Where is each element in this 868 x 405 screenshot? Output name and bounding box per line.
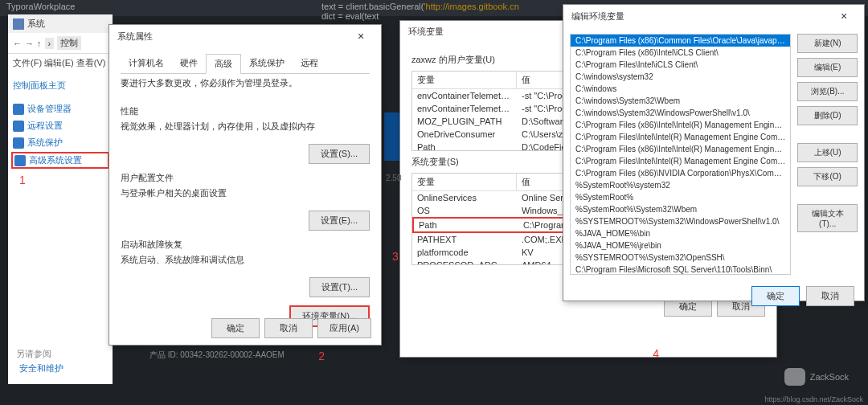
- list-item[interactable]: C:\Program Files (x86)\Common Files\Orac…: [571, 35, 790, 47]
- panel-title: 系统: [27, 18, 45, 30]
- list-item[interactable]: %SystemRoot%\System32\Wbem: [571, 203, 790, 215]
- sidebar-item-advanced-settings[interactable]: 高级系统设置: [11, 152, 109, 169]
- nav-back-icon[interactable]: ←: [13, 39, 22, 48]
- user-profile-desc: 与登录帐户相关的桌面设置: [121, 184, 370, 207]
- blog-url: https://blog.csdn.net/ZackSock: [764, 395, 863, 403]
- list-item[interactable]: C:\Program Files\Intel\Intel(R) Manageme…: [571, 155, 790, 167]
- tab-computer-name[interactable]: 计算机名: [121, 54, 172, 73]
- system-control-panel: 系统 ← → ↑ › 控制 文件(F) 编辑(E) 查看(V) 控制面板主页 设…: [8, 14, 113, 384]
- system-properties-dialog: 系统属性 × 计算机名 硬件 高级 系统保护 远程 要进行大多数更改，你必须作为…: [108, 24, 382, 346]
- tab-protection[interactable]: 系统保护: [241, 54, 293, 73]
- annotation-3: 3: [392, 250, 399, 263]
- dialog-title: 编辑环境变量: [571, 10, 624, 22]
- sidebar-item-remote[interactable]: 远程设置: [13, 117, 108, 134]
- windows-tile: [384, 112, 400, 161]
- nav-fwd-icon[interactable]: →: [25, 39, 34, 48]
- wechat-icon: [784, 368, 805, 386]
- list-item[interactable]: %SystemRoot%\system32: [571, 179, 790, 191]
- control-panel-home[interactable]: 控制面板主页: [13, 77, 108, 94]
- sidebar-item-device-manager[interactable]: 设备管理器: [13, 100, 108, 117]
- crumb-sep: ›: [45, 38, 55, 49]
- annotation-2: 2: [318, 350, 325, 362]
- perf-title: 性能: [121, 105, 370, 117]
- perf-settings-button[interactable]: 设置(S)...: [309, 144, 370, 164]
- panel-header: 系统: [8, 14, 113, 33]
- startup-desc: 系统启动、系统故障和调试信息: [121, 251, 370, 274]
- list-item[interactable]: C:\windows\system32: [571, 71, 790, 83]
- code-snippet: text = client.basicGeneral('http://image…: [321, 2, 519, 21]
- list-item[interactable]: C:\windows\System32\Wbem: [571, 95, 790, 107]
- list-item[interactable]: %SYSTEMROOT%\System32\OpenSSH\: [571, 252, 790, 264]
- list-item[interactable]: C:\Program Files (x86)\Intel\Intel(R) Ma…: [571, 143, 790, 155]
- move-down-button[interactable]: 下移(O): [797, 167, 858, 186]
- product-id: 产品 ID: 00342-30262-00002-AAOEM: [149, 350, 285, 361]
- user-profile-title: 用户配置文件: [121, 172, 370, 184]
- list-item[interactable]: C:\Program Files\Intel\iCLS Client\: [571, 59, 790, 71]
- move-up-button[interactable]: 上移(U): [797, 143, 858, 162]
- list-item[interactable]: C:\Program Files\Microsoft SQL Server\11…: [571, 264, 790, 275]
- admin-note: 要进行大多数更改，你必须作为管理员登录。: [121, 74, 370, 97]
- startup-title: 启动和故障恢复: [121, 239, 370, 251]
- shield-icon: [13, 121, 24, 132]
- path-list[interactable]: C:\Program Files (x86)\Common Files\Orac…: [570, 34, 791, 275]
- side-number: 2.50: [386, 174, 401, 182]
- tabs: 计算机名 硬件 高级 系统保护 远程: [121, 54, 370, 74]
- ok-button[interactable]: 确定: [751, 286, 800, 306]
- browse-button[interactable]: 浏览(B)...: [797, 82, 858, 101]
- annotation-1: 1: [19, 174, 108, 186]
- startup-settings-button[interactable]: 设置(T)...: [309, 277, 370, 297]
- ok-button[interactable]: 确定: [211, 318, 260, 338]
- list-item[interactable]: C:\Program Files (x86)\Intel\iCLS Client…: [571, 47, 790, 59]
- list-item[interactable]: C:\windows\System32\WindowsPowerShell\v1…: [571, 107, 790, 119]
- sidebar-item-protection[interactable]: 系统保护: [13, 134, 108, 151]
- close-icon[interactable]: ×: [349, 30, 373, 43]
- menu-bar[interactable]: 文件(F) 编辑(E) 查看(V): [8, 54, 113, 72]
- nav-up-icon[interactable]: ↑: [37, 39, 42, 48]
- list-item[interactable]: C:\Program Files\Intel\Intel(R) Manageme…: [571, 131, 790, 143]
- watermark: ZackSock: [784, 368, 849, 386]
- perf-desc: 视觉效果，处理器计划，内存使用，以及虚拟内存: [121, 117, 370, 141]
- user-settings-button[interactable]: 设置(E)...: [309, 211, 370, 231]
- edit-button[interactable]: 编辑(E): [797, 58, 858, 77]
- annotation-4: 4: [653, 347, 659, 360]
- close-icon[interactable]: ×: [832, 10, 856, 22]
- list-item[interactable]: C:\windows: [571, 83, 790, 95]
- system-icon: [13, 18, 24, 30]
- also-see-label: 另请参阅: [16, 348, 51, 360]
- security-maintenance-link[interactable]: 安全和维护: [19, 362, 63, 374]
- list-item[interactable]: C:\Program Files (x86)\NVIDIA Corporatio…: [571, 167, 790, 179]
- tab-hardware[interactable]: 硬件: [172, 54, 206, 73]
- apply-button[interactable]: 应用(A): [317, 318, 371, 338]
- edit-text-button[interactable]: 编辑文本(T)...: [797, 204, 858, 232]
- breadcrumb[interactable]: ← → ↑ › 控制: [8, 33, 113, 54]
- crumb-text[interactable]: 控制: [57, 36, 81, 50]
- dialog-title: 系统属性: [117, 31, 153, 43]
- list-item[interactable]: %JAVA_HOME%\jre\bin: [571, 239, 790, 252]
- list-item[interactable]: %JAVA_HOME%\bin: [571, 227, 790, 239]
- list-item[interactable]: C:\Program Files (x86)\Intel\Intel(R) Ma…: [571, 119, 790, 131]
- tab-remote[interactable]: 远程: [293, 54, 326, 73]
- col-var: 变量: [412, 72, 517, 88]
- cancel-button[interactable]: 取消: [264, 318, 313, 338]
- shield-icon: [13, 104, 24, 115]
- tab-advanced[interactable]: 高级: [206, 54, 241, 74]
- list-item[interactable]: %SYSTEMROOT%\System32\WindowsPowerShell\…: [571, 215, 790, 227]
- delete-button[interactable]: 删除(D): [797, 106, 858, 125]
- list-item[interactable]: %SystemRoot%: [571, 191, 790, 203]
- dialog-title: 环境变量: [408, 26, 444, 38]
- edit-env-var-dialog: 编辑环境变量 × C:\Program Files (x86)\Common F…: [563, 4, 865, 301]
- shield-icon: [14, 155, 26, 166]
- cancel-button[interactable]: 取消: [806, 286, 854, 306]
- new-button[interactable]: 新建(N): [797, 34, 858, 53]
- shield-icon: [13, 137, 24, 149]
- col-var: 变量: [412, 174, 517, 190]
